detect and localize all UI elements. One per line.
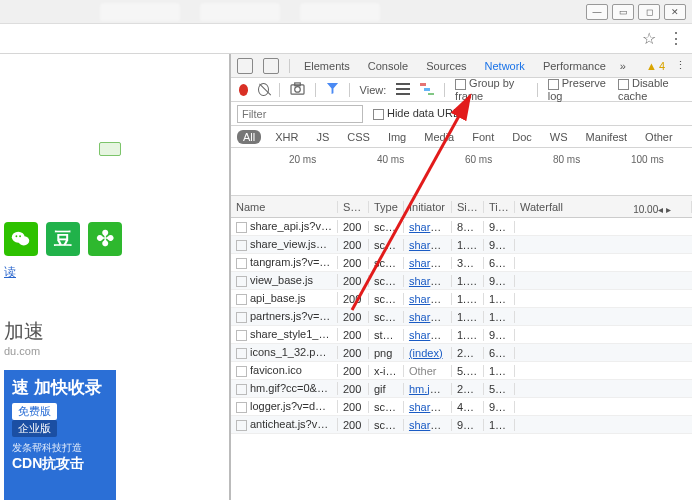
hide-data-urls-checkbox[interactable]: Hide data URLs: [373, 107, 465, 120]
douban-icon[interactable]: 豆: [46, 222, 80, 256]
col-size[interactable]: Size: [452, 201, 484, 213]
filter-input[interactable]: [237, 105, 363, 123]
clover-icon[interactable]: ✤: [88, 222, 122, 256]
waterfall-view-icon[interactable]: [420, 83, 434, 97]
col-type[interactable]: Type: [369, 201, 404, 213]
file-icon: [236, 276, 247, 287]
file-icon: [236, 348, 247, 359]
file-icon: [236, 222, 247, 233]
svg-point-5: [19, 235, 21, 237]
browser-menu-icon[interactable]: ⋮: [668, 29, 682, 48]
speed-banner: 加速 du.com: [4, 318, 96, 357]
list-view-icon[interactable]: [396, 83, 410, 97]
typefilter-js[interactable]: JS: [312, 131, 333, 143]
timeline-tick: 60 ms: [465, 154, 492, 165]
svg-rect-12: [420, 83, 426, 86]
page-content: 豆 ✤ 读 加速 du.com 速 加快收录 免费版 企业版 发条帮科技打造 C…: [0, 54, 231, 500]
timeline-overview[interactable]: 20 ms 40 ms 60 ms 80 ms 100 ms: [231, 148, 692, 196]
col-waterfall[interactable]: Waterfall10.00◂ ▸: [515, 201, 692, 213]
banner-title: 加速: [4, 318, 96, 345]
divider: [349, 83, 350, 97]
timeline-tick: 40 ms: [377, 154, 404, 165]
network-row[interactable]: share_style1_32.css200styl...share.js?..…: [231, 326, 692, 344]
window-close-button[interactable]: ✕: [664, 4, 686, 20]
group-by-frame-checkbox[interactable]: Group by frame: [455, 77, 527, 102]
inspect-element-icon[interactable]: [237, 58, 253, 74]
ad-headline: 速 加快收录: [12, 376, 108, 399]
devtools-panel: Elements Console Sources Network Perform…: [231, 54, 692, 500]
window-max-button[interactable]: ◻: [638, 4, 660, 20]
network-row[interactable]: share_view.js?v=3...200scriptshare.js?..…: [231, 236, 692, 254]
filter-toggle-icon[interactable]: [326, 82, 339, 97]
network-row[interactable]: logger.js?v=d16e...200scriptshare.js?...…: [231, 398, 692, 416]
network-row[interactable]: icons_1_32.png?v...200png(index)25...64 …: [231, 344, 692, 362]
divider: [315, 83, 316, 97]
window-restore-button[interactable]: ▭: [612, 4, 634, 20]
network-row[interactable]: hm.gif?cc=0&ck=...200gifhm.js?20...299 B…: [231, 380, 692, 398]
screenshot-icon[interactable]: [290, 82, 305, 97]
typefilter-img[interactable]: Img: [384, 131, 410, 143]
network-row[interactable]: favicon.ico200x-ic...Other5.1 ...101...: [231, 362, 692, 380]
more-tabs-icon[interactable]: »: [620, 60, 626, 72]
file-icon: [236, 420, 247, 431]
svg-rect-11: [396, 93, 410, 95]
wechat-icon[interactable]: [4, 222, 38, 256]
file-icon: [236, 258, 247, 269]
banner-subtitle: du.com: [4, 345, 96, 357]
tab-performance[interactable]: Performance: [539, 60, 610, 72]
ad-subtext: 发条帮科技打造: [12, 441, 108, 455]
file-icon: [236, 312, 247, 323]
typefilter-media[interactable]: Media: [420, 131, 458, 143]
timeline-tick: 80 ms: [553, 154, 580, 165]
network-row[interactable]: api_base.js200scriptshare.js?...1.0 ...1…: [231, 290, 692, 308]
timeline-tick: 100 ms: [631, 154, 664, 165]
file-icon: [236, 294, 247, 305]
cdn-ad-banner[interactable]: 速 加快收录 免费版 企业版 发条帮科技打造 CDN抗攻击: [4, 370, 116, 500]
divider: [537, 83, 538, 97]
file-icon: [236, 384, 247, 395]
typefilter-css[interactable]: CSS: [343, 131, 374, 143]
typefilter-all[interactable]: All: [237, 130, 261, 144]
network-table-header: Name Stat... Type Initiator Size Time Wa…: [231, 196, 692, 218]
typefilter-doc[interactable]: Doc: [508, 131, 536, 143]
col-name[interactable]: Name: [231, 201, 338, 213]
disable-cache-checkbox[interactable]: Disable cache: [618, 77, 684, 102]
clear-button[interactable]: [258, 83, 269, 96]
divider: [289, 59, 290, 73]
network-row[interactable]: tangram.js?v=377...200scriptshare.js?...…: [231, 254, 692, 272]
network-row[interactable]: view_base.js200scriptshare.js?...1.3 ...…: [231, 272, 692, 290]
window-min-button[interactable]: —: [586, 4, 608, 20]
svg-rect-10: [396, 88, 410, 90]
record-button[interactable]: [239, 84, 249, 96]
badge-icon: [99, 142, 121, 156]
file-icon: [236, 366, 247, 377]
read-link[interactable]: 读: [4, 264, 16, 281]
col-initiator[interactable]: Initiator: [404, 201, 452, 213]
svg-point-4: [16, 235, 18, 237]
network-row[interactable]: anticheat.js?v=44...200scriptshare.js?..…: [231, 416, 692, 434]
tab-network[interactable]: Network: [481, 60, 529, 72]
typefilter-ws[interactable]: WS: [546, 131, 572, 143]
col-status[interactable]: Stat...: [338, 201, 369, 213]
col-time[interactable]: Time: [484, 201, 515, 213]
network-row[interactable]: partners.js?v=911...200scriptshare.js?..…: [231, 308, 692, 326]
tab-sources[interactable]: Sources: [422, 60, 470, 72]
typefilter-xhr[interactable]: XHR: [271, 131, 302, 143]
bookmark-star-icon[interactable]: ☆: [642, 29, 656, 48]
svg-rect-14: [428, 93, 434, 95]
network-row[interactable]: share_api.js?v=22...200scriptshare.js?..…: [231, 218, 692, 236]
warning-count[interactable]: ▲4: [646, 60, 665, 72]
file-icon: [236, 330, 247, 341]
device-toggle-icon[interactable]: [263, 58, 279, 74]
typefilter-other[interactable]: Other: [641, 131, 677, 143]
svg-rect-13: [424, 88, 430, 91]
file-icon: [236, 240, 247, 251]
tab-console[interactable]: Console: [364, 60, 412, 72]
devtools-menu-icon[interactable]: ⋮: [675, 59, 686, 72]
preserve-log-checkbox[interactable]: Preserve log: [548, 77, 608, 102]
typefilter-font[interactable]: Font: [468, 131, 498, 143]
typefilter-manifest[interactable]: Manifest: [582, 131, 632, 143]
tab-elements[interactable]: Elements: [300, 60, 354, 72]
free-pill: 免费版: [12, 403, 57, 420]
svg-point-7: [295, 87, 301, 93]
